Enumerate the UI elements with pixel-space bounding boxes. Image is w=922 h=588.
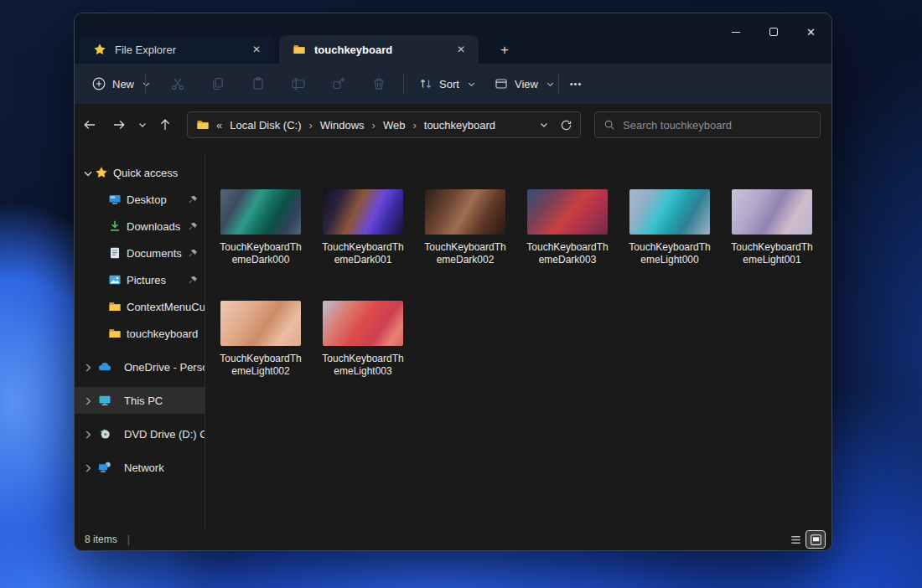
breadcrumb-separator-icon: › bbox=[407, 119, 422, 132]
chevron-down-icon bbox=[539, 120, 549, 130]
network-icon bbox=[98, 461, 111, 474]
file-thumbnail bbox=[732, 189, 812, 235]
chevron-down-icon bbox=[467, 80, 476, 89]
folder-icon bbox=[108, 327, 122, 340]
sidebar-item-quick-access[interactable]: Quick access bbox=[75, 159, 205, 186]
download-icon bbox=[108, 219, 122, 233]
folder-icon bbox=[196, 118, 210, 132]
sidebar-item-contextmenucust[interactable]: ContextMenuCust bbox=[75, 293, 205, 320]
copy-icon bbox=[210, 76, 225, 91]
back-button[interactable] bbox=[76, 111, 103, 138]
refresh-button[interactable] bbox=[555, 114, 577, 136]
file-name: TouchKeyboardThemeLight000 bbox=[628, 241, 712, 266]
share-icon bbox=[331, 76, 346, 91]
toolbar-separator bbox=[145, 74, 146, 94]
close-button[interactable]: ✕ bbox=[792, 15, 830, 49]
address-dropdown-button[interactable] bbox=[533, 114, 555, 136]
status-bar: 8 items | bbox=[75, 529, 831, 550]
scissors-icon bbox=[170, 76, 185, 91]
file-name: TouchKeyboardThemeLight002 bbox=[219, 353, 303, 378]
tab-close-icon[interactable]: ✕ bbox=[452, 40, 470, 59]
file-item[interactable]: TouchKeyboardThemeDark003 bbox=[516, 189, 619, 266]
pin-icon bbox=[188, 248, 199, 259]
pin-icon bbox=[188, 221, 199, 232]
file-item[interactable]: TouchKeyboardThemeDark000 bbox=[210, 189, 312, 266]
tab-touchkeyboard[interactable]: touchkeyboard ✕ bbox=[279, 35, 479, 64]
sidebar-item-touchkeyboard[interactable]: touchkeyboard bbox=[75, 320, 205, 347]
sidebar-item-this-pc[interactable]: This PC bbox=[75, 387, 205, 414]
view-button[interactable]: View bbox=[487, 70, 562, 97]
recent-locations-button[interactable] bbox=[132, 111, 153, 138]
file-item[interactable]: TouchKeyboardThemeLight003 bbox=[312, 301, 414, 378]
file-name: TouchKeyboardThemeDark003 bbox=[526, 241, 609, 266]
tab-file-explorer[interactable]: File Explorer ✕ bbox=[80, 35, 274, 64]
new-tab-button[interactable]: + bbox=[494, 40, 515, 60]
sidebar-item-network[interactable]: Network bbox=[75, 454, 205, 481]
up-button[interactable] bbox=[152, 111, 179, 138]
breadcrumb-separator-icon: › bbox=[303, 119, 318, 132]
search-input[interactable] bbox=[623, 119, 811, 132]
file-thumbnail bbox=[323, 301, 403, 346]
sidebar-item-downloads[interactable]: Downloads bbox=[75, 213, 205, 240]
sidebar-item-pictures[interactable]: Pictures bbox=[75, 266, 205, 293]
sidebar-item-desktop[interactable]: Desktop bbox=[75, 186, 205, 213]
tab-close-icon[interactable]: ✕ bbox=[247, 40, 266, 59]
sidebar-divider bbox=[205, 152, 205, 529]
toolbar-separator bbox=[403, 74, 404, 94]
forward-button[interactable] bbox=[106, 111, 132, 138]
cut-button[interactable] bbox=[163, 72, 193, 95]
sidebar-item-documents[interactable]: Documents bbox=[75, 240, 205, 266]
file-thumbnail bbox=[527, 189, 608, 235]
new-button[interactable]: New bbox=[85, 70, 158, 97]
chevron-down-icon bbox=[137, 120, 148, 130]
file-item[interactable]: TouchKeyboardThemeLight002 bbox=[210, 301, 312, 378]
document-icon bbox=[108, 246, 122, 260]
status-divider: | bbox=[127, 534, 130, 545]
file-name: TouchKeyboardThemeLight003 bbox=[321, 353, 405, 378]
sidebar-item-label: Network bbox=[124, 462, 205, 474]
caption-buttons: ✕ bbox=[717, 15, 830, 49]
file-item[interactable]: TouchKeyboardThemeDark001 bbox=[312, 189, 414, 266]
tab-label: touchkeyboard bbox=[314, 44, 452, 56]
maximize-button[interactable] bbox=[754, 15, 792, 49]
details-view-toggle[interactable] bbox=[786, 531, 805, 548]
chevron-down-icon bbox=[142, 80, 151, 89]
new-button-label: New bbox=[112, 78, 134, 90]
file-item[interactable]: TouchKeyboardThemeLight000 bbox=[619, 189, 721, 266]
chevron-right-icon bbox=[82, 429, 94, 441]
large-thumbnails-view-toggle[interactable] bbox=[806, 531, 825, 548]
onedrive-cloud-icon bbox=[98, 360, 111, 374]
file-explorer-window: File Explorer ✕ touchkeyboard ✕ + ✕ New bbox=[74, 13, 832, 551]
breadcrumb-segment[interactable]: touchkeyboard bbox=[422, 119, 497, 132]
breadcrumb-segment[interactable]: Web bbox=[381, 119, 407, 132]
see-more-button[interactable]: ••• bbox=[561, 72, 591, 95]
search-box bbox=[594, 111, 821, 138]
sort-button[interactable]: Sort bbox=[412, 70, 483, 97]
sidebar-item-dvd-drive[interactable]: DVD Drive (D:) CCCO bbox=[75, 420, 205, 447]
chevron-down-icon bbox=[546, 80, 555, 89]
breadcrumb-segment[interactable]: Local Disk (C:) bbox=[228, 119, 303, 132]
minimize-button[interactable] bbox=[717, 15, 754, 49]
file-name: TouchKeyboardThemeDark000 bbox=[219, 241, 303, 266]
breadcrumb-overflow-icon[interactable]: « bbox=[216, 119, 221, 132]
desktop-icon bbox=[108, 193, 122, 206]
toolbar-separator bbox=[558, 74, 559, 94]
file-item[interactable]: TouchKeyboardThemeDark002 bbox=[414, 189, 516, 266]
copy-button[interactable] bbox=[203, 72, 233, 95]
this-pc-icon bbox=[98, 394, 111, 407]
address-bar[interactable]: « Local Disk (C:) › Windows › Web › touc… bbox=[187, 111, 581, 138]
paste-button[interactable] bbox=[243, 72, 273, 95]
rename-button[interactable] bbox=[283, 72, 313, 95]
refresh-icon bbox=[560, 119, 572, 132]
pin-icon bbox=[188, 194, 199, 205]
folder-icon bbox=[293, 43, 306, 56]
sidebar-item-onedrive[interactable]: OneDrive - Personal bbox=[75, 353, 205, 380]
folder-icon bbox=[108, 300, 122, 313]
share-button[interactable] bbox=[324, 72, 354, 95]
breadcrumb-segment[interactable]: Windows bbox=[319, 119, 366, 132]
file-item[interactable]: TouchKeyboardThemeLight001 bbox=[721, 189, 823, 266]
rename-icon bbox=[291, 76, 306, 91]
delete-button[interactable] bbox=[364, 72, 394, 95]
arrow-up-icon bbox=[158, 117, 173, 132]
chevron-right-icon bbox=[82, 462, 94, 474]
